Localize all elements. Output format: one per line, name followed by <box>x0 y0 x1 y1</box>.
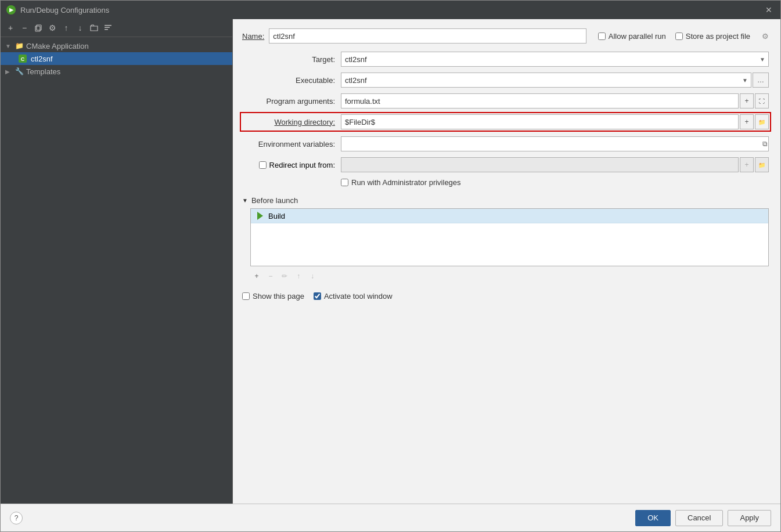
config-tree: ▼ 📁 CMake Application C ctl2snf ▶ 🔧 Temp… <box>1 37 232 504</box>
name-input[interactable] <box>269 28 586 44</box>
launch-up-button[interactable]: ↑ <box>292 270 305 283</box>
remove-config-button[interactable]: − <box>18 21 31 34</box>
move-up-button[interactable]: ↑ <box>60 21 73 34</box>
target-row: Target: ctl2snf ▼ <box>242 52 769 67</box>
before-launch-toggle[interactable]: ▼ <box>242 197 248 204</box>
header-options: Allow parallel run Store as project file… <box>598 32 769 41</box>
cmake-group-item[interactable]: ▼ 📁 CMake Application <box>1 39 232 52</box>
close-button[interactable]: ✕ <box>763 4 775 16</box>
activate-tool-label[interactable]: Activate tool window <box>314 292 393 301</box>
launch-toolbar: + − ✏ ↑ ↓ <box>250 270 769 283</box>
svg-rect-0 <box>35 26 40 31</box>
build-arrow-icon <box>255 211 265 220</box>
before-launch-list: Build <box>250 208 769 266</box>
content-area: + − ⚙ ↑ ↓ ▼ 📁 CMake Applica <box>1 19 780 504</box>
env-vars-group: ⧉ <box>341 136 769 151</box>
store-settings-gear-icon[interactable]: ⚙ <box>762 32 769 41</box>
allow-parallel-checkbox[interactable] <box>598 32 606 40</box>
templates-item[interactable]: ▶ 🔧 Templates <box>1 65 232 78</box>
executable-field-group: ctl2snf ▼ … <box>341 73 769 88</box>
copy-config-button[interactable] <box>32 21 45 34</box>
run-admin-row: Run with Administrator privileges <box>242 178 769 187</box>
run-debug-dialog: ▶ Run/Debug Configurations ✕ + − ⚙ ↑ ↓ <box>0 0 781 532</box>
program-args-group: + ⛶ <box>341 93 769 108</box>
redirect-row: Redirect input from: + 📁 <box>242 157 769 172</box>
svg-rect-4 <box>105 29 108 30</box>
show-page-label[interactable]: Show this page <box>242 292 304 301</box>
cmake-group-arrow: ▼ <box>5 43 13 49</box>
store-project-checkbox[interactable] <box>675 32 683 40</box>
working-dir-add-button[interactable]: + <box>740 114 754 129</box>
working-dir-row: Working directory: + 📁 <box>242 114 769 129</box>
svg-rect-3 <box>105 27 110 28</box>
working-dir-browse-button[interactable]: 📁 <box>755 114 769 129</box>
redirect-browse-button[interactable]: 📁 <box>755 157 769 172</box>
launch-remove-button[interactable]: − <box>264 270 277 283</box>
executable-label: Executable: <box>242 76 341 85</box>
redirect-add-button[interactable]: + <box>740 157 754 172</box>
before-launch-section: ▼ Before launch <box>242 196 769 205</box>
folder-button[interactable] <box>88 21 100 34</box>
selected-item-label: ctl2snf <box>31 55 53 63</box>
move-down-button[interactable]: ↓ <box>74 21 87 34</box>
show-page-checkbox[interactable] <box>242 292 250 300</box>
sort-button[interactable] <box>102 21 114 34</box>
svg-rect-1 <box>37 25 41 30</box>
executable-row: Executable: ctl2snf ▼ … <box>242 73 769 88</box>
ctl2snf-item[interactable]: C ctl2snf <box>1 52 232 65</box>
templates-label: Templates <box>26 67 60 76</box>
dialog-title: Run/Debug Configurations <box>20 6 763 15</box>
program-args-row: Program arguments: + ⛶ <box>242 93 769 108</box>
templates-icon: 🔧 <box>15 67 24 76</box>
ok-button[interactable]: OK <box>635 510 671 526</box>
run-admin-label[interactable]: Run with Administrator privileges <box>341 178 461 187</box>
run-admin-checkbox[interactable] <box>341 179 348 186</box>
cmake-app-icon: C <box>18 54 27 63</box>
apply-button[interactable]: Apply <box>728 510 771 526</box>
bottom-options: Show this page Activate tool window <box>242 292 769 301</box>
cmake-folder-icon: 📁 <box>15 41 24 50</box>
env-vars-copy-button[interactable]: ⧉ <box>762 140 768 148</box>
activate-tool-checkbox[interactable] <box>314 292 321 300</box>
program-args-fullscreen-button[interactable]: ⛶ <box>755 93 769 108</box>
before-launch-label: Before launch <box>251 196 298 205</box>
settings-config-button[interactable]: ⚙ <box>46 21 59 34</box>
launch-edit-button[interactable]: ✏ <box>278 270 291 283</box>
working-dir-label: Working directory: <box>242 118 341 126</box>
add-config-button[interactable]: + <box>4 21 17 34</box>
executable-select[interactable]: ctl2snf <box>341 73 751 88</box>
redirect-input[interactable] <box>341 157 739 172</box>
cmake-group-label: CMake Application <box>26 42 89 50</box>
target-wrapper: ctl2snf ▼ <box>341 52 769 67</box>
target-select[interactable]: ctl2snf <box>341 52 769 67</box>
working-dir-input[interactable] <box>341 114 739 129</box>
env-vars-label: Environment variables: <box>242 140 341 149</box>
templates-arrow: ▶ <box>5 68 13 75</box>
name-row: Name: Allow parallel run Store as projec… <box>242 28 769 44</box>
executable-browse-button[interactable]: … <box>753 73 769 88</box>
allow-parallel-label[interactable]: Allow parallel run <box>598 32 666 41</box>
right-panel: Name: Allow parallel run Store as projec… <box>233 19 780 504</box>
left-panel: + − ⚙ ↑ ↓ ▼ 📁 CMake Applica <box>1 19 233 504</box>
program-args-label: Program arguments: <box>242 97 341 106</box>
help-button[interactable]: ? <box>10 512 23 524</box>
store-project-label[interactable]: Store as project file <box>675 32 750 41</box>
redirect-label: Redirect input from: <box>269 161 335 169</box>
build-launch-item: Build <box>251 209 768 223</box>
cancel-button[interactable]: Cancel <box>675 510 723 526</box>
launch-down-button[interactable]: ↓ <box>306 270 319 283</box>
env-vars-row: Environment variables: ⧉ <box>242 136 769 151</box>
svg-rect-2 <box>105 25 111 26</box>
launch-add-button[interactable]: + <box>250 270 263 283</box>
target-label: Target: <box>242 55 341 64</box>
env-vars-input[interactable] <box>341 136 769 151</box>
app-icon: ▶ <box>6 5 16 15</box>
title-bar: ▶ Run/Debug Configurations ✕ <box>1 1 780 19</box>
name-label: Name: <box>242 32 264 41</box>
program-args-expand-button[interactable]: + <box>740 93 754 108</box>
redirect-checkbox[interactable] <box>259 161 267 169</box>
svg-text:C: C <box>21 56 25 62</box>
left-toolbar: + − ⚙ ↑ ↓ <box>1 19 232 37</box>
program-args-input[interactable] <box>341 93 739 108</box>
footer-buttons: OK Cancel Apply <box>635 510 771 526</box>
